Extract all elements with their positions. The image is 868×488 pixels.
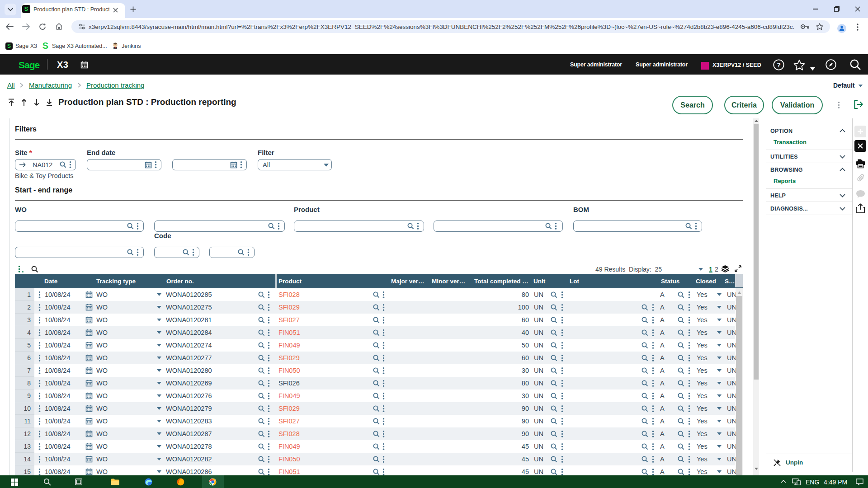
- svg-text:?: ?: [777, 61, 781, 69]
